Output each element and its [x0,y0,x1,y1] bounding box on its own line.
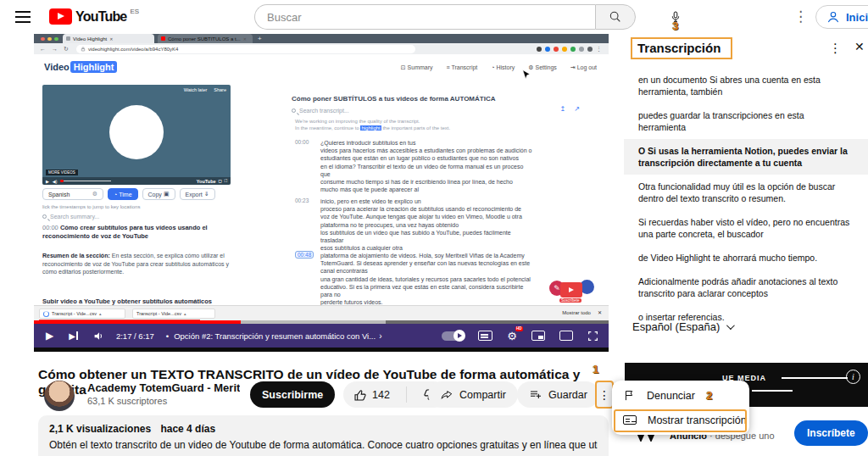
transcript-actions: ↥↗ [560,105,580,113]
youtube-subscribe-icon [560,282,582,298]
more-videos-label: MORE VIDEOS [46,170,78,175]
gear-icon: ⚙ [92,191,97,197]
transcript-segment[interactable]: Si recuerdas haber visto el vídeo, pero … [624,210,868,246]
language-select: Spanish⚙ [42,188,103,200]
time-display: 2:17 / 6:17 [116,331,154,341]
chevron-up-icon: ▴ [99,311,102,316]
transcript-entry: 00:00 ¿Quieres introducir subtítulos en … [295,139,600,193]
traffic-light-yellow [47,37,52,42]
fullscreen-icon[interactable] [587,331,598,342]
play-button[interactable]: ▶ [46,330,53,342]
share-button[interactable]: Compartir [428,381,518,408]
transcript-column: Cómo poner SUBTÍTULOS a tus videos de fo… [288,54,604,305]
back-icon: ← [40,46,46,52]
channel-avatar[interactable] [44,381,75,411]
theater-mode-icon[interactable] [559,331,573,341]
channel-name[interactable]: Academy TotemGuard - Meritxell ... [87,381,240,394]
transcript-segments: en un documento Si abres una cuenta en e… [624,68,868,329]
channel-row: Academy TotemGuard - Meritxell ... 63,1 … [38,380,615,410]
transcript-language-selector[interactable]: Español (España) [632,320,732,333]
videohighlight-logo: VideoHighlight [44,61,117,73]
transcript-segment[interactable]: Adicionalmente podrás añadir anotaciones… [624,270,868,305]
downloads-bar: Transcript - Vide...csv ▴ Transcript - V… [34,305,609,320]
like-button[interactable]: 142 [343,381,400,408]
subscribe-button[interactable]: Suscribirme [250,381,335,408]
quality-note: We're working on improving the quality o… [295,119,450,131]
more-actions-button[interactable]: ⋮ [595,381,614,409]
export-button: Export⇓ [180,188,215,200]
youtube-favicon [161,36,165,41]
transcript-kebab-icon[interactable]: ⋮ [829,41,842,56]
miniplayer-icon[interactable] [531,331,545,341]
url-text: videohighlight.com/video/a/b94cY80yK4 [88,47,178,52]
copy-icon: ▣ [164,191,170,197]
subscriber-count: 63,1 K suscriptores [87,396,167,406]
summary-entry-title: Cómo crear subtítulos para tus vídeos us… [42,224,208,240]
summary-toolbar: Spanish⚙ ◔Time Copy▣ Export⇓ [42,188,215,200]
ad-decor-line [752,390,793,392]
view-count: 2,1 K visualizaciones [49,423,151,435]
timestamp: 00:48 [295,252,320,305]
hd-badge: HD [515,326,524,331]
transcript-segment[interactable]: en un documento Si abres una cuenta en e… [624,68,868,103]
tab-favicon [66,36,70,41]
header-kebab-icon[interactable]: ⋮ [793,8,807,25]
transcript-close-icon[interactable]: ✕ [854,40,865,53]
search-input[interactable] [254,4,595,30]
thumbs-up-icon [353,388,367,402]
volume-icon[interactable] [93,331,104,342]
player-control-bar: ▶ ▶ 2:17 / 6:17 • Opción #2: Transcripci… [34,324,609,348]
chevron-right-icon[interactable]: › [379,331,381,341]
tab-close-icon: ✕ [109,36,113,42]
time-button: ◔Time [108,188,138,200]
ad-cta-button[interactable]: Inscríbete [794,420,868,446]
signin-button[interactable]: Iniciar [815,5,868,29]
browser-tab-active: Video Highlight ✕ [63,34,154,43]
playlist-add-icon [529,388,542,402]
transcript-panel-title: Transcripción [631,37,732,59]
video-player[interactable]: Video Highlight ✕ Cómo poner SUBTITULOS … [34,34,609,352]
autoplay-toggle[interactable] [442,331,464,341]
transcript-segment[interactable]: puedes guardar la transcripciones en est… [624,103,868,139]
transcript-panel: Transcripción ⋮ ✕ en un documento Si abr… [624,34,868,360]
download-progress-icon [43,311,49,317]
open-icon: ↗ [574,105,580,113]
search-summary-field: Search summary... [42,214,99,220]
menu-item-show-transcript[interactable]: Mostrar transcripción [612,408,749,432]
youtube-logo[interactable]: YouTube ES [49,8,139,25]
search-icon [292,108,296,113]
transcript-segment-active[interactable]: O Si usas la herramienta Notion, puedes … [624,139,868,175]
timestamp: 00:23 [295,197,320,252]
tab-close-icon: ✕ [243,36,247,42]
ad-info-icon[interactable]: i [846,370,860,384]
extension-icons: ⋮ [537,46,602,53]
embed-controls: ▶ ◀) YouTube▢⛶ [42,177,231,185]
traffic-light-green [54,37,58,42]
search-transcript-field: Search transcript... [292,108,349,114]
hamburger-menu-icon[interactable] [15,11,31,23]
youtube-page: YouTube ES ⋮ Iniciar 3 Video Highlight [0,0,868,456]
browser-tab-youtube: Cómo poner SUBTITULOS a t... ✕ [158,34,253,43]
transcript-segment[interactable]: Otra funcionalidad muy útil es la opción… [624,175,868,210]
settings-button[interactable]: ⚙HD [507,330,517,342]
description-text: Obtén el texto transcrito de un video de… [49,439,598,451]
transcript-entry: 00:23 inicio, pero en este video te expl… [295,197,600,252]
share-label: Share [214,87,226,92]
timestamp: 00:00 [295,139,320,193]
youtube-play-icon [49,8,72,25]
description-box[interactable]: 2,1 K visualizaciones hace 4 días Obtén … [38,415,609,456]
annotation-3: 3 [672,19,678,32]
chapter-title[interactable]: Opción #2: Transcripción y resumen autom… [174,331,376,341]
tab-title: Cómo poner SUBTITULOS a t... [168,36,241,42]
search-icon [42,214,47,219]
subtitles-icon[interactable] [478,331,492,341]
search-button[interactable] [595,4,636,30]
search-bar [254,4,636,30]
next-button[interactable]: ▶ [69,331,78,341]
menu-item-report[interactable]: Denunciar [612,383,749,408]
transcript-segment[interactable]: de Video Highlight te ahorrará mucho tie… [624,246,868,270]
youtube-wordmark: YouTube [75,9,126,25]
timestamps-hint: lick the timestamps to jump to key locat… [42,204,140,209]
save-button[interactable]: Guardar [517,381,599,408]
traffic-light-red [41,37,45,42]
